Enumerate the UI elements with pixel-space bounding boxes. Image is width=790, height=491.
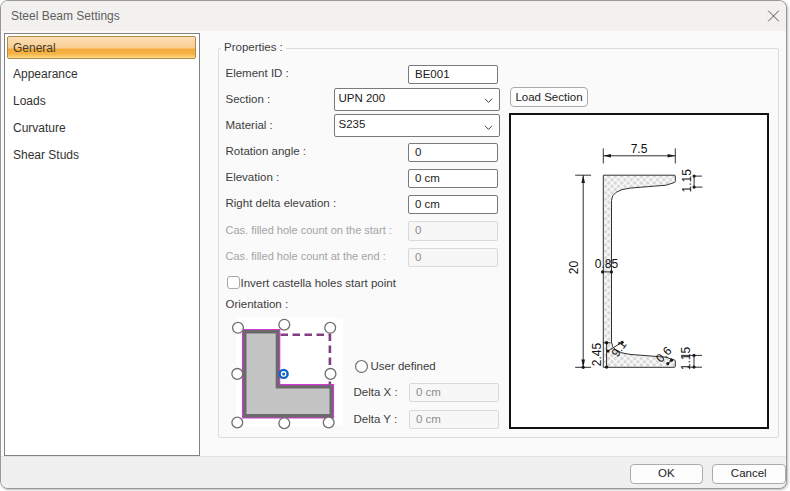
svg-text:7.5: 7.5 <box>631 142 648 156</box>
svg-text:20: 20 <box>568 261 582 275</box>
svg-text:1.15: 1.15 <box>680 169 694 193</box>
svg-text:2.45: 2.45 <box>590 342 604 366</box>
svg-text:1.15: 1.15 <box>679 346 693 370</box>
svg-text:0.85: 0.85 <box>595 257 619 271</box>
